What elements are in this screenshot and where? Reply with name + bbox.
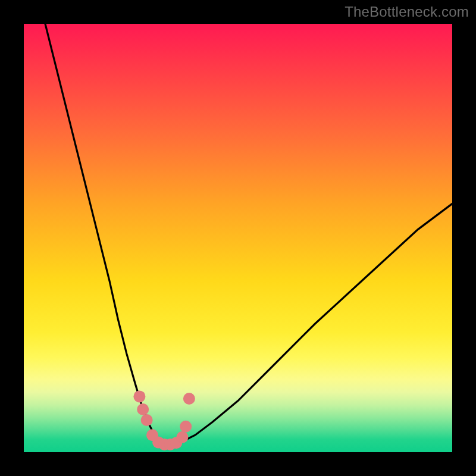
chart-frame: TheBottleneck.com (0, 0, 476, 476)
watermark-text: TheBottleneck.com (345, 4, 469, 20)
plot-area (24, 24, 452, 452)
